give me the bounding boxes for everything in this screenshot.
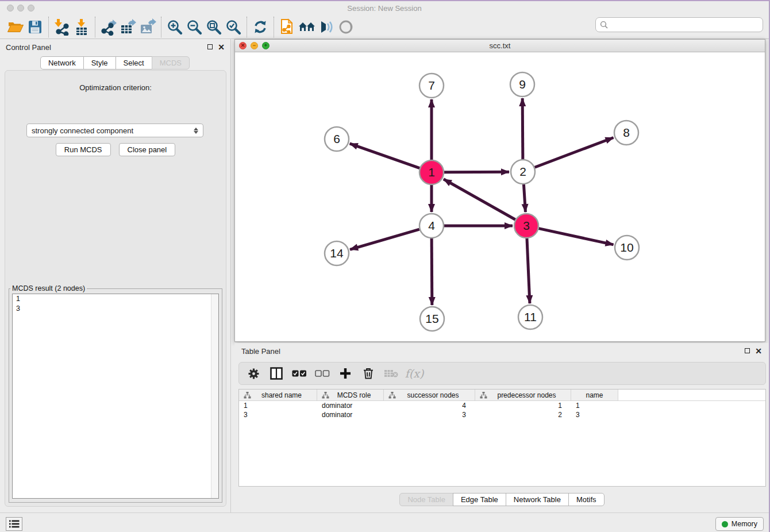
graph-edge-2-9[interactable] — [522, 98, 523, 159]
zoom-network-button[interactable]: + — [262, 42, 270, 49]
toolbar-separator — [161, 17, 161, 37]
show-hide-panels-eye-icon[interactable] — [336, 17, 356, 37]
network-window-titlebar[interactable]: ✕ − + scc.txt — [235, 40, 765, 52]
close-network-button[interactable]: ✕ — [239, 42, 247, 49]
table-cell[interactable]: dominator — [317, 401, 384, 410]
optimization-criterion-label: Optimization criterion: — [5, 83, 226, 92]
flatten-hierarchy-icon — [388, 392, 396, 399]
toolbar-separator — [95, 17, 95, 37]
graph-edge-2-8[interactable] — [535, 137, 614, 167]
graph-edge-1-2[interactable] — [444, 172, 509, 172]
graph-edge-3-11[interactable] — [527, 238, 530, 303]
graph-node-label: 7 — [428, 79, 435, 92]
tab-select[interactable]: Select — [116, 56, 152, 70]
tab-style[interactable]: Style — [83, 56, 116, 70]
export-image-icon[interactable] — [138, 17, 157, 37]
settings-gear-icon[interactable] — [246, 366, 261, 381]
toolbar-separator — [48, 17, 49, 37]
toolbar-separator — [247, 17, 247, 37]
search-input[interactable] — [611, 21, 763, 29]
mcds-list-scrollbar[interactable] — [211, 294, 218, 498]
deselect-all-icon[interactable] — [315, 366, 330, 381]
graph-edge-4-15[interactable] — [432, 238, 432, 305]
export-table-icon[interactable] — [118, 17, 138, 37]
tab-node-table[interactable]: Node Table — [399, 493, 453, 506]
zoom-fit-icon[interactable] — [204, 17, 224, 37]
network-from-file-icon[interactable] — [278, 17, 297, 37]
home-icon[interactable] — [297, 17, 317, 37]
close-panel-icon[interactable]: ✕ — [218, 43, 225, 51]
graph-edge-4-14[interactable] — [350, 229, 419, 249]
table-cell[interactable]: 3 — [384, 410, 475, 419]
zoom-in-icon[interactable] — [165, 17, 184, 37]
table-row[interactable]: 1dominator411 — [239, 401, 765, 410]
run-mcds-button[interactable]: Run MCDS — [56, 143, 111, 156]
memory-status-icon — [722, 521, 728, 527]
task-history-button[interactable] — [6, 517, 22, 531]
add-column-icon[interactable] — [338, 366, 353, 381]
mcds-result-item[interactable]: 3 — [13, 304, 218, 314]
delete-column-trash-icon[interactable] — [361, 366, 376, 381]
table-cell[interactable]: 1 — [571, 401, 618, 410]
memory-button[interactable]: Memory — [715, 517, 764, 531]
float-table-panel-icon[interactable] — [745, 348, 750, 354]
graph-node-label: 6 — [333, 132, 340, 145]
tab-edge-table[interactable]: Edge Table — [453, 493, 506, 506]
graphics-details-icon[interactable] — [317, 17, 336, 37]
table-cell[interactable]: 4 — [384, 401, 475, 410]
table-panel: Table Panel ✕ — [234, 343, 770, 512]
close-window-button[interactable] — [7, 5, 14, 11]
toggle-column-view-icon[interactable] — [269, 366, 284, 381]
toolbar-separator — [274, 17, 274, 37]
table-cell[interactable]: 3 — [571, 410, 618, 419]
table-row[interactable]: 3dominator323 — [239, 410, 765, 419]
table-cell[interactable]: 1 — [239, 401, 317, 410]
open-session-icon[interactable] — [6, 17, 25, 37]
search-box[interactable] — [595, 17, 763, 32]
graph-edge-1-6[interactable] — [350, 144, 420, 168]
graph-edge-3-1[interactable] — [444, 179, 515, 219]
node-table[interactable]: shared nameMCDS rolesuccessor nodesprede… — [238, 389, 766, 487]
mcds-result-item[interactable]: 1 — [13, 294, 218, 304]
table-cell[interactable]: 2 — [475, 410, 571, 419]
table-cell[interactable]: 1 — [475, 401, 571, 410]
control-panel-title: Control Panel — [6, 43, 51, 52]
refresh-icon[interactable] — [251, 17, 270, 37]
tab-network-table[interactable]: Network Table — [506, 493, 569, 506]
column-header-successor-nodes[interactable]: successor nodes — [384, 390, 475, 400]
close-panel-button[interactable]: Close panel — [119, 143, 176, 156]
graph-edge-3-10[interactable] — [538, 229, 613, 245]
column-header-predecessor-nodes[interactable]: predecessor nodes — [475, 390, 571, 400]
table-cell[interactable]: dominator — [317, 410, 384, 419]
delete-table-icon — [384, 366, 399, 381]
column-header-name[interactable]: name — [571, 390, 618, 400]
dropdown-stepper-icon — [194, 128, 198, 134]
minimize-window-button[interactable] — [17, 5, 24, 11]
float-panel-icon[interactable] — [207, 44, 213, 51]
main-toolbar — [0, 15, 769, 39]
import-table-icon[interactable] — [72, 17, 91, 37]
minimize-network-button[interactable]: − — [251, 42, 258, 49]
select-all-icon[interactable] — [292, 366, 307, 381]
tab-motifs[interactable]: Motifs — [568, 493, 605, 506]
network-window-title: scc.txt — [235, 41, 765, 50]
import-network-icon[interactable] — [52, 17, 72, 37]
close-table-panel-icon[interactable]: ✕ — [755, 347, 762, 355]
graph-node-label: 11 — [524, 310, 537, 323]
graph-edge-2-3[interactable] — [523, 184, 525, 212]
control-panel-tabs: Network Style Select MCDS — [0, 56, 230, 70]
tab-mcds[interactable]: MCDS — [152, 56, 190, 70]
tab-network[interactable]: Network — [40, 56, 84, 70]
network-canvas[interactable]: 1234678910111415 — [235, 52, 765, 341]
maximize-window-button[interactable] — [28, 5, 34, 11]
zoom-selected-icon[interactable] — [224, 17, 243, 37]
export-network-icon[interactable] — [99, 17, 118, 37]
save-session-icon[interactable] — [25, 17, 45, 37]
zoom-out-icon[interactable] — [184, 17, 204, 37]
window-controls — [7, 5, 34, 11]
criterion-dropdown[interactable]: strongly connected component — [26, 124, 203, 137]
table-cell[interactable]: 3 — [239, 410, 317, 419]
column-header-MCDS-role[interactable]: MCDS role — [317, 390, 384, 400]
column-header-shared-name[interactable]: shared name — [239, 390, 317, 400]
mcds-result-list[interactable]: 13 — [12, 294, 219, 499]
